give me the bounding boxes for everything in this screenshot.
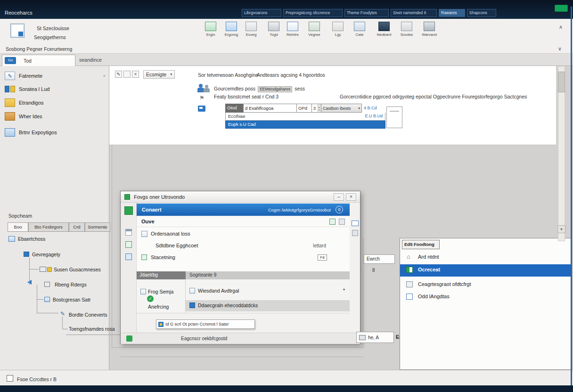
tree-item-bostcgresan[interactable]: Bostcgresan Satr (53, 297, 91, 302)
main-panel: ✎ × Ecsmigte ▾ Sor tetverwsoan Asoghgine… (109, 66, 556, 145)
node-icon (44, 282, 50, 287)
ribbon-button-lgy[interactable]: Lgy (327, 22, 349, 37)
titlebar-tab-shapcons[interactable]: Shapcons (467, 9, 496, 17)
tree-item-toengsfnamdes[interactable]: Toengsfnamdes rosa (69, 326, 115, 332)
table-row[interactable]: Wiesdand Avdtrgal ▾ (186, 286, 350, 297)
section-label: Ouve (141, 219, 155, 224)
list-item[interactable]: Ordersaonat loss (151, 231, 190, 237)
document-icon[interactable] (10, 24, 25, 38)
sidebar-item-wher-ldes[interactable]: Wher ldes (5, 110, 106, 122)
close-button[interactable]: × (346, 193, 356, 201)
explorer-tab-boo[interactable]: Boo (8, 222, 28, 232)
quantity-stepper[interactable]: 3 ▴▾ (312, 104, 321, 113)
tree-item-susen[interactable]: Susen Gusacmneses (54, 267, 101, 272)
ribbon-button-reintre[interactable]: Reintre (282, 22, 303, 37)
explorer-tab-crd[interactable]: Crd (69, 222, 85, 232)
list-item[interactable]: Sdtdbne Egghcoet (156, 243, 198, 248)
dialog-titlebar[interactable]: Fovgs oner Utrsvondo – × (121, 191, 360, 203)
explorer-tab-bto-fesbrgors[interactable]: Bto Fesbrgors (28, 222, 69, 232)
blue-module-icon[interactable] (125, 253, 132, 260)
ribbon-button-ergorog[interactable]: Ergorog (221, 22, 242, 37)
checkbox-icon[interactable] (7, 375, 13, 382)
table-cell[interactable]: Frog Semja (148, 289, 173, 294)
edit-pencil-icon[interactable]: ✎ (115, 71, 122, 78)
titlebar-tab-rawares[interactable]: Rawares (439, 9, 465, 17)
dialog-title: Fovgs oner Utrsvondo (134, 194, 185, 200)
delete-icon[interactable]: × (132, 71, 139, 78)
ribbon-button-eoveg[interactable]: Eoveg (240, 22, 262, 37)
ribbon-button-warvand[interactable]: Warvand (418, 22, 440, 37)
close-icon[interactable]: × (103, 74, 106, 78)
form-row-3-selected[interactable]: Eupk s.U Cad (225, 121, 385, 129)
row-arrow-icon[interactable]: ▾ (343, 288, 345, 292)
scrollbar-thumb[interactable] (558, 72, 565, 92)
tree-item-gevregagety[interactable]: Gevregagety (32, 252, 60, 257)
toolbar-link-1[interactable]: Sor tetverwsoan Asoghgine (198, 72, 258, 78)
otod-input[interactable] (243, 104, 297, 113)
dialog-header-right: Cogrn /wMotgrfgorysGrrstoobot (268, 207, 331, 212)
column-header-2[interactable]: Sogrteante 9 (186, 271, 350, 279)
ribbon-group-label: Sosbong Pegner Fcerurteerng (6, 46, 72, 52)
right-panel-item-ceagrtesgraot[interactable]: Ceagrtesgraot ofdtcfrgt (400, 279, 571, 290)
flag-icon: ⚑ (199, 95, 205, 101)
view-box-icon[interactable] (123, 71, 131, 78)
tab-seandince[interactable]: seandince (79, 57, 102, 63)
ribbon-button-vegree[interactable]: Vegree (303, 22, 325, 37)
dialog-header: Conaert Cogrn /wMotgrfgorysGrrstoobot 0 (137, 204, 350, 216)
titlebar-tab-librgvoarons[interactable]: Librgvoarons (242, 9, 281, 17)
sidebar-item-etrandigos[interactable]: Etrandigos (5, 97, 106, 109)
right-panel-item-ocreceat-selected[interactable]: Ocreceat (400, 264, 571, 277)
tree-item-rbeng[interactable]: Rbeng Rdergs (55, 282, 87, 287)
list-item[interactable]: Stacetning (151, 254, 175, 260)
titlebar-tab-sivet[interactable]: Sivet nameinded 6 (391, 9, 437, 17)
trash-icon[interactable] (339, 219, 345, 225)
ecsmigte-dropdown[interactable]: Ecsmigte ▾ (143, 70, 175, 79)
tab-tod[interactable]: Go Tod (2, 55, 75, 66)
ribbon-button-cate[interactable]: Cate (349, 22, 370, 37)
ewrch-header-box[interactable]: Ewrch (364, 254, 395, 264)
scrollbar-down-icon[interactable]: ▼ (557, 225, 565, 233)
green-module-icon[interactable] (124, 206, 133, 215)
chevron-down-icon[interactable]: ∨ (558, 46, 562, 51)
tree-item-ebaertchoss[interactable]: Ebaertchoss (18, 236, 45, 242)
titlebar-tab-theme-foodytes[interactable]: Theme Foodytes (344, 9, 389, 17)
minimize-button[interactable]: – (334, 193, 344, 201)
sidebar-item-fatremete[interactable]: ✎ Fatremete × (5, 70, 106, 82)
form-row-2[interactable]: Eccthiae E.U B.Ud (225, 113, 385, 121)
tooltip: Id G scrl Ot pcten Ccrsmot l Sater (156, 319, 255, 329)
table-cell[interactable]: Anefrcing (148, 304, 169, 310)
column-header-1[interactable]: Jdaetrbg (137, 271, 186, 279)
ribbon-button-nedbard[interactable]: Nedbard (373, 22, 395, 37)
active-tab-label: Tod (24, 58, 32, 64)
ribbon-button-sovdes[interactable]: Sovdes (396, 22, 417, 37)
attachment-icon[interactable] (352, 230, 358, 236)
toolbar-link-2[interactable]: Andteasrs agcsing 4 hgoortdos (257, 72, 325, 78)
sidebar-item-brtnr[interactable]: Brtnr Expoytigos (5, 126, 106, 139)
ribbon-button-ergin[interactable]: Ergin (200, 22, 221, 37)
sidebar-item-soratea[interactable]: Soratea l Lud (5, 83, 106, 95)
right-panel-header[interactable]: Ed5 Foodtong (402, 240, 440, 249)
window-icon[interactable] (352, 220, 359, 226)
opd-field[interactable]: OPd (297, 104, 312, 113)
chevron-up-icon[interactable]: ∧ (559, 24, 563, 30)
explorer-tab-sormente[interactable]: Sormente (85, 222, 110, 232)
table-row-selected[interactable]: Ddaecgraln ehecoddatdcks (186, 300, 350, 311)
people-icon (197, 84, 211, 93)
grid-icon[interactable] (329, 219, 336, 225)
right-panel-item-ard-ntdnt[interactable]: ⌂ Ard ntdnt (400, 252, 571, 263)
tree-item-bordte[interactable]: Bordte Coneverts (69, 312, 107, 318)
ribbon-title-line2: Seogigetherns (34, 34, 66, 40)
right-panel-item-odd-langdtas[interactable]: Odd lAngdtas (400, 291, 571, 302)
stepper-arrows-icon[interactable]: ▴▾ (317, 104, 321, 112)
flag-badge[interactable]: F8 (318, 254, 327, 261)
dash-icon (390, 111, 399, 112)
module-icon (406, 267, 413, 273)
calendar-icon[interactable] (125, 229, 132, 236)
window-action-button[interactable] (555, 5, 568, 12)
grid-icon[interactable] (125, 241, 132, 248)
dialog-section-row[interactable]: Ouve (137, 217, 350, 227)
he-a-button[interactable]: he, A (356, 332, 394, 343)
castbon-dropdown[interactable]: Castbon ibests ▾ (321, 104, 362, 113)
tab-baseline (8, 231, 110, 232)
titlebar-tab-preproigstcorg[interactable]: Preproigstcorg ofccrence (283, 9, 343, 17)
